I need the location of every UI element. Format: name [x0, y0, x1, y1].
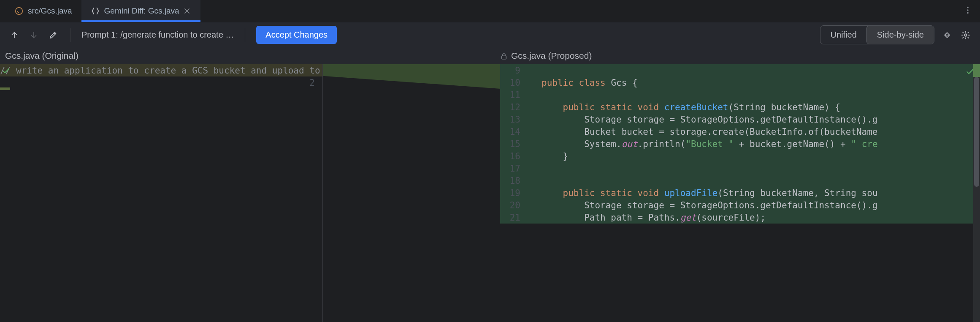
code-text: System.out.println("Bucket " + bucket.ge… — [541, 139, 980, 149]
diff-toolbar: Prompt 1: /generate function to create …… — [0, 22, 980, 47]
line-number: 2 — [300, 78, 322, 88]
code-line[interactable]: 19 public static void uploadFile(String … — [500, 187, 980, 199]
prev-diff-icon[interactable] — [8, 29, 20, 41]
line-number: 16 — [500, 151, 526, 161]
java-file-icon — [14, 6, 24, 16]
line-number: 14 — [500, 127, 526, 137]
code-line[interactable]: // write an application to create a GCS … — [0, 64, 322, 76]
diff-body: // write an application to create a GCS … — [0, 64, 980, 322]
code-text: // write an application to create a GCS … — [0, 65, 336, 76]
diff-pane-headers: Gcs.java (Original) Gcs.java (Proposed) — [0, 47, 980, 64]
toolbar-left: Prompt 1: /generate function to create …… — [8, 26, 337, 44]
unified-view-button[interactable]: Unified — [820, 26, 867, 44]
code-text: Storage storage = StorageOptions.getDefa… — [541, 200, 980, 210]
svg-point-1 — [967, 6, 969, 8]
tab-label: Gemini Diff: Gcs.java — [104, 6, 179, 16]
tabs-left: src/Gcs.java Gemini Diff: Gcs.java — [5, 0, 200, 22]
change-marker — [0, 87, 10, 90]
side-by-side-view-button[interactable]: Side-by-side — [866, 25, 934, 44]
code-line[interactable]: 9 — [500, 64, 980, 76]
proposed-code-pane[interactable]: 910public class Gcs {1112 public static … — [500, 64, 980, 322]
svg-point-2 — [967, 9, 969, 11]
code-line[interactable]: 21 Path path = Paths.get(sourceFile); — [500, 211, 980, 224]
proposed-title-text: Gcs.java (Proposed) — [511, 51, 592, 61]
line-number: 9 — [500, 65, 526, 76]
code-text: Path path = Paths.get(sourceFile); — [541, 213, 980, 223]
code-line[interactable]: 2 — [0, 76, 322, 89]
code-text: public class Gcs { — [541, 78, 980, 88]
code-text: Bucket bucket = storage.create(BucketInf… — [541, 127, 980, 137]
line-number: 13 — [500, 115, 526, 125]
line-number: 15 — [500, 139, 526, 149]
code-line[interactable]: 10public class Gcs { — [500, 76, 980, 89]
next-diff-icon[interactable] — [28, 29, 40, 41]
toolbar-divider — [70, 28, 70, 42]
original-pane-title: Gcs.java (Original) — [0, 51, 490, 61]
diff-bridge — [323, 64, 500, 89]
code-line[interactable]: 11 — [500, 89, 980, 101]
diff-icon — [91, 6, 100, 16]
code-text: public static void uploadFile(String buc… — [541, 188, 980, 198]
code-text: } — [541, 151, 980, 161]
lock-icon — [500, 52, 508, 60]
line-number: 17 — [500, 164, 526, 174]
minimap-change-marker — [973, 64, 980, 77]
code-line[interactable]: 16 } — [500, 150, 980, 162]
prompt-label: Prompt 1: /generate function to create … — [81, 30, 234, 40]
tab-gemini-diff[interactable]: Gemini Diff: Gcs.java — [81, 0, 200, 22]
collapse-icon[interactable] — [941, 29, 953, 41]
line-number: 11 — [500, 90, 526, 100]
original-code-pane[interactable]: // write an application to create a GCS … — [0, 64, 323, 322]
check-icon — [2, 67, 11, 76]
diff-connector — [323, 64, 500, 322]
code-line[interactable]: 17 — [500, 162, 980, 175]
code-line[interactable]: 14 Bucket bucket = storage.create(Bucket… — [500, 126, 980, 138]
tab-overflow-icon[interactable] — [956, 5, 980, 17]
tab-bar: src/Gcs.java Gemini Diff: Gcs.java — [0, 0, 980, 22]
line-number: 21 — [500, 213, 526, 223]
svg-point-3 — [967, 12, 969, 14]
code-text: public static void createBucket(String b… — [541, 102, 980, 112]
tab-src-gcs[interactable]: src/Gcs.java — [5, 0, 81, 22]
svg-rect-5 — [502, 56, 506, 59]
tab-label: src/Gcs.java — [28, 6, 72, 16]
code-line[interactable]: 12 public static void createBucket(Strin… — [500, 101, 980, 113]
svg-point-4 — [964, 34, 967, 36]
edit-icon[interactable] — [47, 29, 59, 41]
line-number: 18 — [500, 176, 526, 186]
accept-changes-button[interactable]: Accept Changes — [256, 26, 337, 44]
line-number: 10 — [500, 78, 526, 88]
code-line[interactable]: 20 Storage storage = StorageOptions.getD… — [500, 199, 980, 211]
svg-point-0 — [16, 8, 23, 15]
proposed-pane-title: Gcs.java (Proposed) — [490, 51, 980, 61]
view-mode-toggle: Unified Side-by-side — [820, 25, 934, 44]
code-text: Storage storage = StorageOptions.getDefa… — [541, 115, 980, 125]
close-icon[interactable] — [184, 7, 191, 15]
line-number: 20 — [500, 200, 526, 210]
toolbar-divider — [245, 28, 245, 42]
line-number: 19 — [500, 188, 526, 198]
code-line[interactable]: 18 — [500, 175, 980, 187]
code-line[interactable]: 15 System.out.println("Bucket " + bucket… — [500, 138, 980, 150]
code-line[interactable]: 13 Storage storage = StorageOptions.getD… — [500, 113, 980, 126]
line-number: 12 — [500, 102, 526, 112]
gear-icon[interactable] — [960, 29, 972, 41]
